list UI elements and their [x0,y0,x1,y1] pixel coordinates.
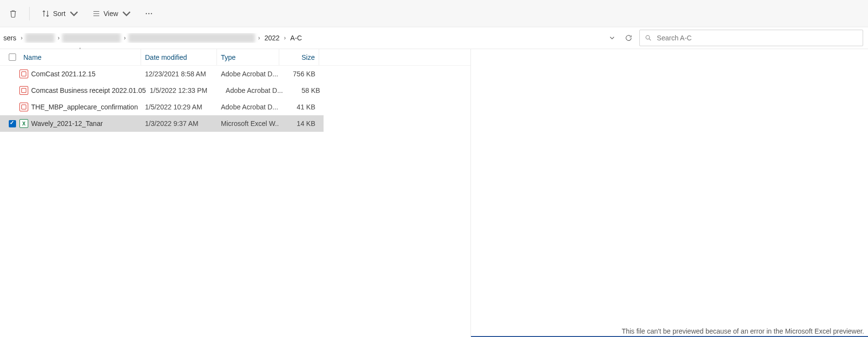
address-row: sers › › › › 2022 › A-C [0,27,868,49]
file-name: Wavely_2021-12_Tanar [31,120,103,127]
excel-file-icon [19,119,28,128]
file-size: 58 KB [284,87,324,94]
file-name-cell[interactable]: Wavely_2021-12_Tanar [19,119,141,128]
file-date: 1/3/2022 9:37 AM [141,120,217,127]
chevron-right-icon: › [258,35,260,41]
pdf-file-icon [19,70,28,78]
breadcrumb-segment[interactable]: 2022 [263,33,281,43]
svg-point-1 [148,13,149,14]
chevron-right-icon: › [284,35,286,41]
pdf-file-icon [19,103,28,111]
row-checkbox[interactable] [9,120,19,127]
file-rows: ComCast 2021.12.1512/23/2021 8:58 AMAdob… [0,66,324,132]
more-button[interactable] [141,5,157,22]
file-name: ComCast 2021.12.15 [31,70,95,78]
select-all-checkbox[interactable] [9,49,19,65]
column-header-size[interactable]: Size [279,49,319,65]
svg-point-2 [151,13,152,14]
view-icon [92,9,101,18]
toolbar: Sort View [0,0,868,27]
chevron-right-icon: › [57,35,59,41]
sort-ascending-icon: ˄ [79,47,81,53]
file-size: 756 KB [279,70,319,78]
column-header-type[interactable]: Type [217,49,279,65]
pdf-file-icon [19,86,28,95]
file-date: 1/5/2022 12:33 PM [146,87,222,94]
table-row[interactable]: Wavely_2021-12_Tanar1/3/2022 9:37 AMMicr… [0,115,324,132]
file-name: THE_MBP_applecare_confirmation [31,103,138,111]
trash-icon [9,9,18,18]
view-button[interactable]: View [88,5,135,22]
main: ˄ Name Date modified Type Size ComCast 2… [0,49,868,337]
column-headers: ˄ Name Date modified Type Size [0,49,470,66]
file-type: Adobe Acrobat D... [217,103,279,111]
chevron-right-icon: › [124,35,126,41]
view-label: View [104,10,118,18]
file-type: Adobe Acrobat D... [222,87,284,94]
preview-error-text: This file can't be previewed because of … [471,325,868,337]
breadcrumb-root[interactable]: sers [2,33,18,43]
ellipsis-icon [145,9,153,18]
svg-point-3 [646,35,650,39]
chevron-right-icon: › [20,35,22,41]
sort-label: Sort [53,10,66,18]
search-icon [645,34,652,42]
svg-point-0 [145,13,146,14]
column-header-name[interactable]: ˄ Name [19,49,141,65]
chevron-down-icon[interactable] [608,34,616,42]
file-list-pane: ˄ Name Date modified Type Size ComCast 2… [0,49,471,337]
file-name-cell[interactable]: Comcast Business receipt 2022.01.05 [19,86,146,95]
file-name: Comcast Business receipt 2022.01.05 [31,87,146,94]
breadcrumb-redacted[interactable] [25,33,54,43]
file-name-cell[interactable]: ComCast 2021.12.15 [19,70,141,78]
refresh-icon[interactable] [625,34,633,42]
breadcrumb-redacted[interactable] [62,33,121,43]
delete-button[interactable] [5,5,21,22]
search-input[interactable] [657,34,858,42]
breadcrumb[interactable]: sers › › › › 2022 › A-C [0,33,601,43]
table-row[interactable]: Comcast Business receipt 2022.01.051/5/2… [0,82,324,99]
table-row[interactable]: THE_MBP_applecare_confirmation1/5/2022 1… [0,99,324,115]
file-type: Microsoft Excel W... [217,120,279,127]
file-type: Adobe Acrobat D... [217,70,279,78]
column-header-date[interactable]: Date modified [141,49,217,65]
file-name-cell[interactable]: THE_MBP_applecare_confirmation [19,103,141,111]
chevron-down-icon [70,9,78,18]
preview-pane: This file can't be previewed because of … [471,49,868,337]
file-date: 12/23/2021 8:58 AM [141,70,217,78]
breadcrumb-segment[interactable]: A-C [289,33,304,43]
breadcrumb-redacted[interactable] [128,33,255,43]
sort-button[interactable]: Sort [37,5,82,22]
search-box[interactable] [639,30,863,46]
toolbar-separator [29,7,30,20]
table-row[interactable]: ComCast 2021.12.1512/23/2021 8:58 AMAdob… [0,66,324,82]
chevron-down-icon [122,9,131,18]
file-size: 14 KB [279,120,319,127]
file-date: 1/5/2022 10:29 AM [141,103,217,111]
sort-icon [41,9,50,18]
file-size: 41 KB [279,103,319,111]
